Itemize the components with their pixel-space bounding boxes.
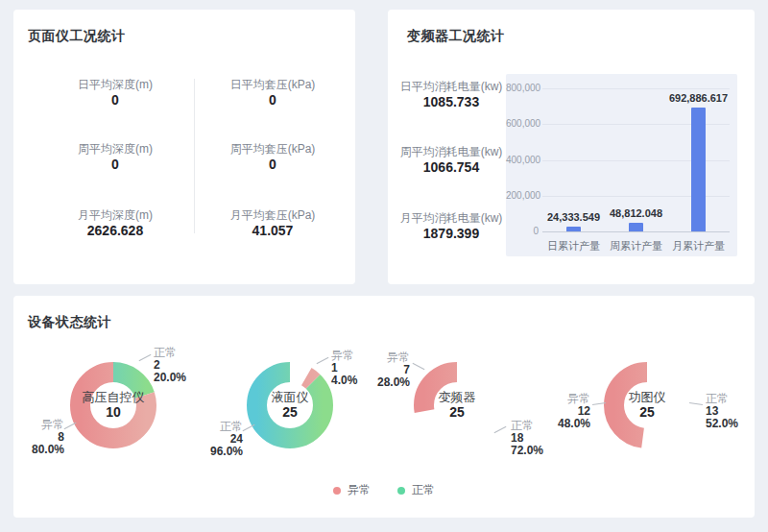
bar-月累计产量[interactable] — [691, 108, 706, 231]
legend-item-normal[interactable]: 正常 — [397, 482, 435, 498]
donut-chart-frequency-converter: 变频器 25 异常 7 28.0% 正常 18 72.0% — [351, 319, 563, 501]
stat-value: 1879.399 — [388, 226, 515, 241]
dashboard: 页面仪工况统计 日平均深度(m) 0 日平均套压(kPa) 0 周平均深度(m)… — [0, 0, 768, 532]
stat-label: 周平均深度(m) — [38, 141, 192, 157]
callout-abnormal: 异常 8 80.0% — [8, 419, 64, 456]
bar-周累计产量[interactable] — [629, 223, 643, 231]
stat-day-power-consumption: 日平均消耗电量(kw) 1085.733 — [388, 79, 515, 109]
callout-normal: 正常 24 96.0% — [184, 421, 243, 458]
y-axis-tick-label: 400,000 — [506, 156, 539, 165]
bar-value-label: 692,886.617 — [641, 92, 756, 104]
donut-ring[interactable] — [604, 362, 690, 448]
panel-device-status: 设备状态统计 高压自控仪 10 正常 2 20.0% 异常 8 80.0% — [13, 296, 755, 518]
panel-converter-title: 变频器工况统计 — [407, 28, 505, 45]
stat-month-power-consumption: 月平均消耗电量(kw) 1879.399 — [388, 210, 515, 241]
stat-label: 日平均消耗电量(kw) — [388, 79, 515, 94]
normal-dot-icon — [397, 487, 405, 495]
y-axis-tick-label: 800,000 — [506, 84, 539, 93]
stat-label: 日平均深度(m) — [38, 77, 192, 92]
gridline — [542, 88, 730, 89]
stat-value: 0 — [38, 92, 192, 108]
donut-chart-dynamometer: 功图仪 25 异常 12 48.0% 正常 13 52.0% — [541, 319, 753, 501]
y-axis-tick-label: 0 — [506, 227, 539, 236]
stat-value: 41.057 — [196, 223, 349, 238]
abnormal-dot-icon — [333, 487, 341, 495]
callout-abnormal: 异常 12 48.0% — [541, 393, 590, 430]
donut-ring[interactable] — [414, 362, 500, 448]
panel-gauge-stats: 页面仪工况统计 日平均深度(m) 0 日平均套压(kPa) 0 周平均深度(m)… — [13, 10, 355, 284]
callout-line — [139, 354, 152, 361]
stat-day-avg-casing-pressure: 日平均套压(kPa) 0 — [196, 77, 349, 108]
panel-converter-stats: 变频器工况统计 日平均消耗电量(kw) 1085.733 周平均消耗电量(kw)… — [388, 10, 755, 284]
y-axis-tick-label: 600,000 — [506, 119, 539, 129]
stat-month-avg-casing-pressure: 月平均套压(kPa) 41.057 — [196, 207, 349, 238]
bar-日累计产量[interactable] — [566, 227, 581, 231]
stat-day-avg-depth: 日平均深度(m) 0 — [38, 77, 192, 108]
x-axis-label: 日累计产量 — [542, 239, 605, 254]
callout-abnormal: 异常 7 28.0% — [351, 351, 410, 389]
production-bar-chart: 0200,000400,000600,000800,00024,333.549日… — [506, 74, 737, 256]
callout-normal: 正常 13 52.0% — [706, 393, 738, 430]
column-divider — [194, 79, 195, 233]
legend-item-abnormal[interactable]: 异常 — [333, 482, 371, 498]
stat-label: 日平均套压(kPa) — [196, 77, 349, 92]
x-axis-label: 周累计产量 — [605, 239, 667, 254]
stat-value: 0 — [38, 157, 192, 172]
stat-value: 2626.628 — [38, 223, 192, 238]
stat-value: 0 — [196, 157, 349, 172]
stat-label: 月平均消耗电量(kw) — [388, 210, 515, 226]
stat-week-power-consumption: 周平均消耗电量(kw) 1066.754 — [388, 144, 515, 175]
y-axis-tick-label: 200,000 — [506, 191, 539, 201]
callout-normal: 正常 18 72.0% — [511, 420, 543, 457]
gridline — [542, 231, 730, 232]
stat-week-avg-casing-pressure: 周平均套压(kPa) 0 — [196, 141, 349, 172]
stat-label: 月平均套压(kPa) — [196, 207, 349, 223]
stat-value: 1066.754 — [388, 159, 515, 175]
status-legend: 异常 正常 — [13, 482, 755, 498]
stat-value: 1085.733 — [388, 94, 515, 109]
stat-value: 0 — [196, 92, 349, 108]
donut-ring[interactable] — [70, 362, 156, 448]
stat-label: 周平均消耗电量(kw) — [388, 144, 515, 159]
stat-month-avg-depth: 月平均深度(m) 2626.628 — [38, 207, 192, 238]
stat-label: 月平均深度(m) — [38, 207, 192, 223]
stat-week-avg-depth: 周平均深度(m) 0 — [38, 141, 192, 172]
panel-gauge-title: 页面仪工况统计 — [28, 28, 126, 45]
callout-line — [689, 402, 703, 405]
stat-label: 周平均套压(kPa) — [196, 141, 349, 157]
x-axis-label: 月累计产量 — [667, 239, 730, 254]
callout-normal: 正常 2 20.0% — [154, 347, 186, 384]
donut-ring[interactable] — [247, 362, 333, 448]
bar-value-label: 48,812.048 — [579, 207, 694, 219]
